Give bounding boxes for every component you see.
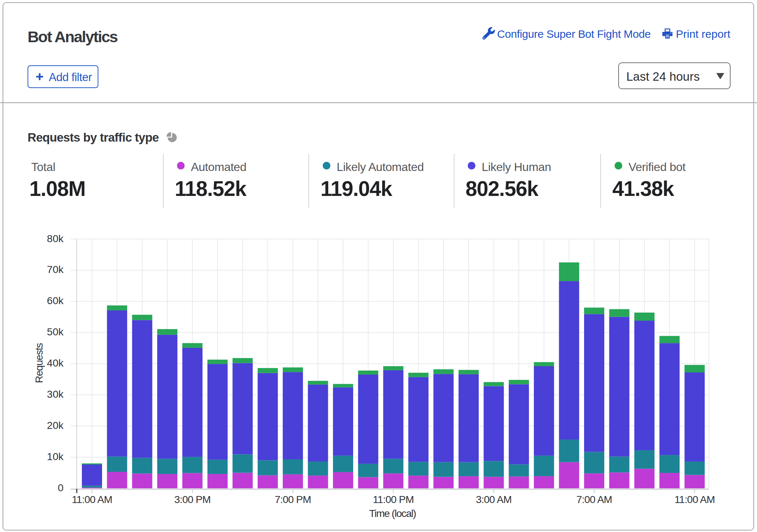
svg-text:30k: 30k [47, 389, 64, 400]
svg-text:50k: 50k [47, 326, 64, 338]
svg-text:Time (local): Time (local) [369, 508, 416, 519]
svg-text:3:00 AM: 3:00 AM [476, 494, 511, 505]
svg-text:0: 0 [58, 482, 64, 493]
svg-text:40k: 40k [47, 357, 64, 369]
svg-text:11:00 AM: 11:00 AM [72, 494, 112, 505]
svg-text:7:00 PM: 7:00 PM [275, 494, 311, 505]
svg-text:11:00 PM: 11:00 PM [373, 494, 414, 505]
svg-text:Requests: Requests [33, 343, 45, 383]
svg-text:11:00 AM: 11:00 AM [674, 494, 715, 505]
svg-text:60k: 60k [47, 295, 64, 306]
svg-text:10k: 10k [47, 451, 64, 462]
svg-text:20k: 20k [47, 420, 64, 431]
svg-text:70k: 70k [47, 264, 64, 275]
svg-text:3:00 PM: 3:00 PM [174, 494, 211, 505]
svg-text:80k: 80k [47, 233, 64, 244]
svg-text:7:00 AM: 7:00 AM [576, 494, 612, 505]
